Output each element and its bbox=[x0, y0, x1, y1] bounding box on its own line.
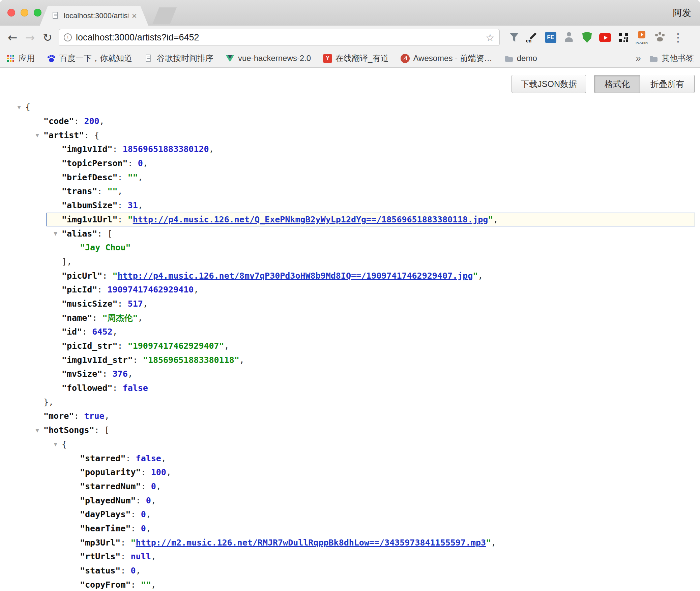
tab-title: localhost:3000/artists?id=645 bbox=[64, 11, 128, 20]
fullscreen-window-button[interactable] bbox=[34, 9, 41, 17]
tab-close-icon[interactable]: × bbox=[132, 11, 137, 20]
json-punctuation: , bbox=[113, 327, 118, 337]
json-key: "starred" bbox=[80, 454, 125, 463]
forward-icon[interactable]: → bbox=[22, 30, 38, 45]
json-key: "copyFrom" bbox=[80, 580, 131, 590]
bookmark-item[interactable]: 谷歌按时间排序 bbox=[144, 53, 213, 64]
json-line: "mvSize": 376, bbox=[0, 367, 700, 381]
other-bookmarks-folder[interactable]: 其他书签 bbox=[649, 53, 694, 64]
json-line: ▼{ bbox=[0, 437, 700, 452]
json-punctuation: , bbox=[138, 200, 143, 210]
json-punctuation: { bbox=[25, 102, 30, 112]
json-tree: ▼{"code": 200,▼"artist": {"img1v1Id": 18… bbox=[0, 68, 700, 591]
address-bar[interactable]: localhost:3000/artists?id=6452 ☆ bbox=[59, 29, 500, 46]
player-extension-icon[interactable]: PLAYER bbox=[634, 30, 649, 45]
json-string: " bbox=[473, 271, 478, 281]
extensions-area: enFEPLAYER bbox=[506, 30, 668, 45]
json-line: "img1v1Url": "http://p4.music.126.net/Q_… bbox=[0, 213, 700, 227]
json-line: "code": 200, bbox=[0, 114, 700, 128]
json-punctuation: : bbox=[125, 454, 136, 463]
json-line: ▼{ bbox=[0, 100, 700, 114]
json-punctuation: , bbox=[194, 285, 199, 294]
json-url-link[interactable]: http://p4.music.126.net/8mv7qP30Pd3oHW8b… bbox=[118, 271, 473, 281]
close-window-button[interactable] bbox=[7, 9, 15, 17]
format-button[interactable]: 格式化 bbox=[594, 75, 640, 93]
json-punctuation: ], bbox=[62, 257, 72, 267]
minimize-window-button[interactable] bbox=[21, 9, 28, 17]
bookmark-item[interactable]: 百度一下，你就知道 bbox=[47, 53, 132, 64]
person-extension-icon[interactable] bbox=[561, 30, 577, 45]
folder-icon bbox=[649, 54, 658, 63]
download-json-button[interactable]: 下载JSON数据 bbox=[512, 75, 586, 93]
collapse-all-button[interactable]: 折叠所有 bbox=[640, 75, 695, 93]
bookmark-label: demo bbox=[517, 54, 537, 63]
bookmark-item[interactable]: Y在线翻译_有道 bbox=[323, 53, 388, 64]
json-punctuation: , bbox=[151, 552, 156, 561]
json-string: " bbox=[113, 271, 118, 281]
bookmark-item[interactable]: demo bbox=[504, 54, 537, 63]
bookmark-label: vue-hackernews-2.0 bbox=[238, 54, 311, 63]
profile-name[interactable]: 阿发 bbox=[673, 7, 691, 19]
json-url-link[interactable]: http://m2.music.126.net/RMJR7wDullRqppBk… bbox=[136, 538, 486, 548]
paw-extension-icon[interactable] bbox=[652, 30, 668, 45]
browser-menu-icon[interactable]: ⋮ bbox=[672, 31, 684, 44]
json-punctuation: , bbox=[166, 467, 171, 477]
json-key: "more" bbox=[43, 411, 74, 421]
json-punctuation: : bbox=[113, 383, 123, 393]
new-tab-button[interactable] bbox=[152, 7, 177, 24]
bookmark-item[interactable]: AAwesomes - 前端资… bbox=[401, 53, 492, 64]
browser-window: localhost:3000/artists?id=645 × 阿发 ← → ↻… bbox=[0, 0, 700, 591]
collapse-toggle-icon[interactable]: ▼ bbox=[54, 231, 57, 236]
json-line: "rtUrls": null, bbox=[0, 550, 700, 564]
bookmark-item[interactable]: vue-hackernews-2.0 bbox=[226, 54, 311, 63]
json-boolean: false bbox=[136, 454, 161, 463]
json-punctuation: : bbox=[131, 509, 141, 519]
json-punctuation: , bbox=[161, 454, 166, 463]
json-number: 0 bbox=[146, 496, 151, 505]
json-punctuation: : bbox=[82, 327, 92, 337]
folder-icon bbox=[504, 54, 514, 63]
json-punctuation: , bbox=[138, 313, 143, 323]
browser-tab[interactable]: localhost:3000/artists?id=645 × bbox=[40, 6, 148, 26]
json-punctuation: : bbox=[118, 341, 128, 351]
json-punctuation: : bbox=[141, 467, 151, 477]
json-punctuation: : bbox=[118, 215, 128, 224]
json-punctuation: : { bbox=[84, 130, 99, 140]
json-url-link[interactable]: http://p4.music.126.net/Q_ExePNkmgB2yWyL… bbox=[133, 215, 488, 224]
json-string: " bbox=[488, 215, 493, 224]
json-punctuation: , bbox=[151, 580, 156, 590]
youtube-extension-icon[interactable] bbox=[597, 30, 613, 45]
fe-extension-icon[interactable]: FE bbox=[543, 30, 558, 45]
qrcode-extension-icon[interactable] bbox=[616, 30, 631, 45]
collapse-toggle-icon[interactable]: ▼ bbox=[35, 132, 39, 138]
site-info-icon[interactable] bbox=[64, 33, 72, 41]
json-key: "status" bbox=[80, 566, 120, 576]
bookmark-item[interactable]: 应用 bbox=[6, 53, 35, 64]
view-mode-segment: 格式化 折叠所有 bbox=[594, 75, 695, 93]
json-number: 376 bbox=[113, 369, 128, 379]
json-line: "topicPerson": 0, bbox=[0, 156, 700, 170]
collapse-toggle-icon[interactable]: ▼ bbox=[17, 104, 21, 110]
json-punctuation: : bbox=[120, 552, 130, 561]
translate-en-extension-icon[interactable]: en bbox=[525, 30, 540, 45]
json-punctuation: }, bbox=[43, 397, 54, 407]
json-string: "" bbox=[128, 173, 138, 182]
bookmark-star-icon[interactable]: ☆ bbox=[486, 32, 495, 43]
awesomes-icon: A bbox=[401, 54, 410, 63]
json-string: "18569651883380118" bbox=[143, 355, 239, 365]
back-icon[interactable]: ← bbox=[5, 30, 20, 45]
json-number: 0 bbox=[131, 566, 136, 576]
json-line: "musicSize": 517, bbox=[0, 297, 700, 311]
json-line: "more": true, bbox=[0, 409, 700, 423]
json-string: " bbox=[131, 538, 136, 548]
funnel-extension-icon[interactable] bbox=[506, 30, 522, 45]
shield-extension-icon[interactable] bbox=[579, 30, 595, 45]
reload-icon[interactable]: ↻ bbox=[40, 30, 55, 45]
json-line: ▼"hotSongs": [ bbox=[0, 423, 700, 437]
collapse-toggle-icon[interactable]: ▼ bbox=[35, 428, 39, 433]
bookmarks-overflow-icon[interactable]: » bbox=[636, 53, 641, 64]
collapse-toggle-icon[interactable]: ▼ bbox=[54, 441, 57, 447]
json-line: "starred": false, bbox=[0, 451, 700, 465]
json-punctuation: : bbox=[120, 538, 130, 548]
json-boolean: false bbox=[123, 383, 148, 393]
